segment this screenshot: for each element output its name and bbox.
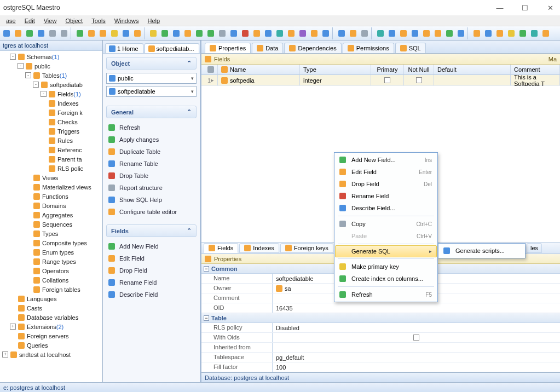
sub-tab-indexes[interactable]: Indexes bbox=[239, 243, 279, 253]
main-tab-data[interactable]: Data bbox=[252, 43, 283, 53]
toolbar-button[interactable] bbox=[540, 28, 551, 39]
ctx-edit-field[interactable]: Edit FieldEnter bbox=[336, 166, 436, 178]
editor-tab[interactable]: 1 Home bbox=[105, 43, 143, 53]
tree-item[interactable]: Referenc bbox=[0, 145, 102, 154]
tree-item[interactable]: -Tables (1) bbox=[0, 71, 102, 80]
tree-item[interactable]: Materialized views bbox=[0, 182, 102, 192]
toolbar-button[interactable] bbox=[432, 28, 443, 39]
toolbar-button[interactable] bbox=[421, 28, 432, 39]
toolbar-button[interactable] bbox=[36, 28, 47, 39]
object-tree[interactable]: -Schemas (1)-public-Tables (1)-softpedia… bbox=[0, 51, 102, 382]
ctx-make-primary-key[interactable]: Make primary key bbox=[336, 261, 436, 273]
action-configure-table-editor[interactable]: Configure table editor bbox=[106, 206, 197, 218]
toolbar-button[interactable] bbox=[398, 28, 409, 39]
tree-item[interactable]: Indexes bbox=[0, 99, 102, 108]
ctx-refresh[interactable]: RefreshF5 bbox=[336, 289, 436, 301]
action-rename-table[interactable]: Rename Table bbox=[106, 158, 197, 170]
action-show-sql-help[interactable]: Show SQL Help bbox=[106, 194, 197, 206]
toolbar-button[interactable] bbox=[517, 28, 528, 39]
ctx-add-new-field-[interactable]: Add New Field...Ins bbox=[336, 154, 436, 166]
menu-help[interactable]: Help bbox=[143, 16, 164, 25]
action-drop-table[interactable]: Drop Table bbox=[106, 170, 197, 182]
tree-item[interactable]: RLS polic bbox=[0, 164, 102, 173]
tree-item[interactable]: Checks bbox=[0, 117, 102, 126]
toolbar-button[interactable] bbox=[171, 28, 182, 39]
toolbar-button[interactable] bbox=[132, 28, 143, 39]
toolbar-button[interactable] bbox=[348, 28, 359, 39]
toolbar-button[interactable] bbox=[194, 28, 205, 39]
toolbar-button[interactable] bbox=[506, 28, 517, 39]
toolbar-button[interactable] bbox=[59, 28, 70, 39]
minimize-button[interactable]: — bbox=[492, 4, 507, 12]
tree-item[interactable]: -public bbox=[0, 61, 102, 71]
toolbar-button[interactable] bbox=[86, 28, 97, 39]
prop-row[interactable]: Tablespacepg_default bbox=[201, 353, 560, 362]
tree-item[interactable]: Aggregates bbox=[0, 210, 102, 220]
toolbar-button[interactable] bbox=[217, 28, 228, 39]
main-tab-dependencies[interactable]: Dependencies bbox=[284, 43, 341, 53]
primary-checkbox[interactable] bbox=[384, 77, 390, 83]
main-tab-sql[interactable]: SQL bbox=[395, 43, 426, 53]
action-rename-field[interactable]: Rename Field bbox=[106, 276, 197, 289]
action-duplicate-table[interactable]: Duplicate Table bbox=[106, 146, 197, 158]
tree-item[interactable]: Composite types bbox=[0, 238, 102, 247]
toolbar-button[interactable] bbox=[240, 28, 251, 39]
menu-tools[interactable]: Tools bbox=[87, 16, 110, 25]
section-object[interactable]: Object ⌃ bbox=[106, 57, 197, 70]
tree-item[interactable]: -softpediatab bbox=[0, 80, 102, 89]
tree-item[interactable]: Parent ta bbox=[0, 154, 102, 164]
toolbar-button[interactable] bbox=[251, 28, 262, 39]
prop-row[interactable]: With Oids bbox=[201, 333, 560, 343]
schema-combo[interactable]: softpediatable▾ bbox=[106, 86, 197, 97]
prop-row[interactable]: Inherited from bbox=[201, 343, 560, 353]
sub-tab-foreign-keys[interactable]: Foreign keys bbox=[280, 243, 333, 253]
toolbar-button[interactable] bbox=[74, 28, 85, 39]
tree-item[interactable]: Foreign tables bbox=[0, 285, 102, 294]
action-describe-field[interactable]: Describe Field bbox=[106, 289, 197, 301]
ctx-create-index-on-columns-[interactable]: Create index on columns... bbox=[336, 273, 436, 285]
toolbar-button[interactable] bbox=[148, 28, 159, 39]
tree-item[interactable]: Sequences bbox=[0, 220, 102, 229]
toolbar-button[interactable] bbox=[1, 28, 12, 39]
toolbar-button[interactable] bbox=[109, 28, 120, 39]
toolbar-button[interactable] bbox=[228, 28, 239, 39]
main-tab-permissions[interactable]: Permissions bbox=[343, 43, 394, 53]
toolbar-button[interactable] bbox=[444, 28, 455, 39]
toolbar-button[interactable] bbox=[471, 28, 482, 39]
toolbar-button[interactable] bbox=[205, 28, 216, 39]
tree-item[interactable]: Triggers bbox=[0, 126, 102, 136]
editor-tab[interactable]: softpediatab... bbox=[145, 43, 199, 53]
menu-edit[interactable]: Edit bbox=[20, 16, 39, 25]
toolbar-button[interactable] bbox=[494, 28, 505, 39]
tree-item[interactable]: +sndtest at localhost bbox=[0, 350, 102, 359]
action-edit-field[interactable]: Edit Field bbox=[106, 252, 197, 264]
sub-tab-les[interactable]: les bbox=[527, 243, 542, 253]
toolbar-button[interactable] bbox=[455, 28, 466, 39]
toolbar-button[interactable] bbox=[386, 28, 397, 39]
toolbar-button[interactable] bbox=[483, 28, 494, 39]
tree-item[interactable]: Operators bbox=[0, 266, 102, 275]
tree-item[interactable]: Database variables bbox=[0, 313, 102, 322]
tree-item[interactable]: Casts bbox=[0, 303, 102, 313]
action-drop-field[interactable]: Drop Field bbox=[106, 264, 197, 276]
toolbar-button[interactable] bbox=[263, 28, 274, 39]
sub-tab-fields[interactable]: Fields bbox=[204, 243, 238, 253]
menu-object[interactable]: Object bbox=[61, 16, 87, 25]
tree-item[interactable]: Queries bbox=[0, 341, 102, 350]
toolbar-button[interactable] bbox=[336, 28, 347, 39]
tree-item[interactable]: Functions bbox=[0, 192, 102, 201]
ctx-describe-field-[interactable]: Describe Field... bbox=[336, 202, 436, 214]
context-submenu[interactable]: Generate scripts... bbox=[438, 243, 526, 258]
menu-windows[interactable]: Windows bbox=[110, 16, 143, 25]
menu-view[interactable]: View bbox=[39, 16, 61, 25]
section-general[interactable]: General ⌃ bbox=[106, 106, 197, 118]
tree-item[interactable]: Languages bbox=[0, 294, 102, 303]
schema-combo[interactable]: public▾ bbox=[106, 73, 197, 84]
toolbar-button[interactable] bbox=[409, 28, 420, 39]
tree-item[interactable]: Rules bbox=[0, 136, 102, 145]
main-tab-properties[interactable]: Properties bbox=[205, 43, 251, 53]
toolbar-button[interactable] bbox=[24, 28, 35, 39]
toolbar-button[interactable] bbox=[320, 28, 331, 39]
close-button[interactable]: ✕ bbox=[542, 4, 558, 12]
menu-ase[interactable]: ase bbox=[2, 16, 20, 25]
